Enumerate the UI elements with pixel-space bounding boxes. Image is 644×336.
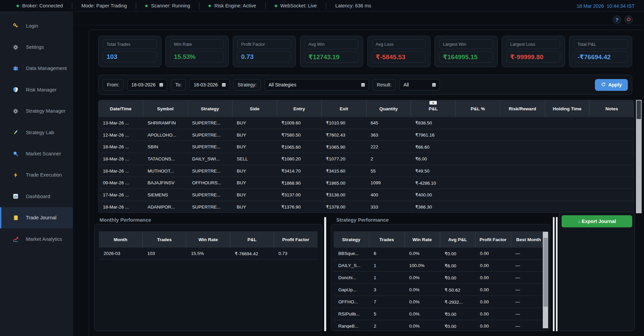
column-header-best-month[interactable]: Best Month: [511, 231, 546, 248]
column-header-holding-time[interactable]: Holding Time: [545, 100, 590, 117]
trade-cell-entry: ₹7580.50: [277, 129, 322, 141]
strategy-row[interactable]: DAILY_S...1100.0%₹6.000.00—: [334, 260, 546, 272]
column-header-notes[interactable]: Notes: [590, 100, 634, 117]
sidebar-item-strategy-manager[interactable]: Strategy Manager: [0, 101, 73, 122]
strategy-row[interactable]: RSIPullb...50.0%₹0.000.00—: [334, 308, 546, 320]
strategy-row[interactable]: OFFHO...70.0%₹-2932...0.00—: [334, 296, 546, 308]
strategy-table-header: StrategyTradesWin RateAvg P&LProfit Fact…: [334, 231, 546, 248]
panel-splitter[interactable]: [553, 217, 555, 331]
sidebar-item-settings[interactable]: Settings: [0, 36, 73, 58]
trade-cell-risk-reward: [500, 201, 545, 213]
top-strip: ?: [73, 12, 644, 25]
cell-win-rate: 0.0%: [405, 320, 440, 328]
stat-card-avg-loss: Avg Loss₹-5845.53: [367, 36, 430, 67]
trade-row[interactable]: 13-Mar-26 ...SHRIRAMFINSUPERTRE...BUY₹10…: [99, 117, 634, 129]
strategy-row[interactable]: BBSque...60.0%₹0.000.00—: [334, 248, 546, 260]
sidebar-item-trade-execution[interactable]: Trade Execution: [0, 164, 73, 186]
trade-cell-side: BUY: [232, 117, 277, 129]
sidebar-item-market-scanner[interactable]: Market Scanner: [0, 143, 73, 164]
dropdown-icon: [361, 83, 365, 87]
trade-row[interactable]: 17-Mar-26 ...SIEMENSSUPERTRE...BUY₹3137.…: [99, 189, 634, 201]
column-header-win-rate[interactable]: Win Rate: [405, 231, 440, 248]
cell-profit-factor: 0.00: [475, 272, 510, 284]
trade-row[interactable]: 18-Mar-26 ...MUTHOOT...SUPERTRE...BUY₹34…: [99, 165, 634, 177]
column-header-risk-reward[interactable]: Risk/Reward: [500, 100, 545, 117]
trades-scrollbar[interactable]: [636, 100, 642, 213]
column-header-avg-p-l[interactable]: Avg P&L: [440, 231, 476, 248]
help-button[interactable]: ?: [613, 15, 621, 24]
sidebar-item-strategy-lab[interactable]: Strategy Lab: [0, 122, 73, 143]
panel-splitter[interactable]: [324, 217, 326, 331]
column-header-trades[interactable]: Trades: [143, 231, 186, 248]
trade-cell-quantity: 645: [366, 117, 411, 129]
column-header-entry[interactable]: Entry: [277, 100, 322, 117]
trade-cell-p-l: ₹6.00: [411, 153, 456, 165]
apply-button[interactable]: Apply: [595, 79, 628, 91]
trade-cell-strategy: SUPERTRE...: [188, 201, 232, 213]
column-header-profit-factor[interactable]: Profit Factor: [476, 231, 511, 248]
power-icon: [627, 17, 631, 23]
trade-row[interactable]: 18-Mar-26 ...SBINSUPERTRE...BUY₹1065.60₹…: [99, 141, 634, 153]
sidebar-item-trade-journal[interactable]: Trade Journal: [0, 207, 73, 228]
result-select-value: All: [404, 82, 409, 87]
cell-trades: 1: [369, 272, 404, 284]
column-header-p-l[interactable]: P&L: [230, 231, 274, 248]
column-header-quantity[interactable]: Quantity: [367, 100, 411, 117]
stat-label: Total P&L: [574, 39, 628, 49]
from-date-input[interactable]: 18-03-2026: [127, 79, 167, 90]
column-header-date-time[interactable]: Date/Time: [99, 100, 143, 117]
sidebar-item-label: Market Scanner: [26, 151, 61, 156]
panel-splitter[interactable]: [556, 217, 558, 331]
trade-cell-strategy: SUPERTRE...: [188, 117, 232, 129]
column-header-strategy[interactable]: Strategy: [334, 231, 369, 248]
to-date-input[interactable]: 18-03-2026: [190, 79, 230, 90]
trade-cell-exit: ₹1077.20: [321, 153, 366, 165]
monthly-row[interactable]: 2026-0310315.5%₹-76694.420.73: [99, 248, 317, 260]
column-header-trades[interactable]: Trades: [369, 231, 405, 248]
cell-avg-p-l: ₹-2932...: [440, 296, 475, 308]
trade-row[interactable]: 18-Mar-26 ...ADANIPOR...SUPERTRE...BUY₹1…: [99, 201, 634, 213]
sidebar-item-data-management[interactable]: Data Management: [0, 58, 73, 79]
strategy-row[interactable]: RangeB...20.0%₹0.000.00—: [334, 320, 546, 328]
trade-cell-symbol: TATACONS...: [143, 153, 188, 165]
column-header-strategy[interactable]: Strategy: [188, 100, 233, 117]
sidebar-item-login[interactable]: Login: [0, 15, 73, 36]
trade-cell-symbol: BAJAJFINSV: [143, 177, 188, 189]
sort-indicator-icon[interactable]: ▾: [429, 101, 437, 105]
column-header-month[interactable]: Month: [99, 231, 143, 248]
trade-cell-date-time: 12-Mar-26 ...: [99, 129, 143, 141]
from-label: From:: [103, 79, 124, 90]
column-header-p-l[interactable]: P&L %: [456, 100, 500, 117]
power-button[interactable]: [624, 15, 633, 24]
test-tube-icon: [13, 129, 18, 135]
cell-win-rate: 15.5%: [186, 248, 230, 259]
strategy-row[interactable]: GapUp...30.0%₹-50.620.00—: [334, 284, 546, 296]
column-header-profit-factor[interactable]: Profit Factor: [274, 231, 317, 248]
sidebar-item-dashboard[interactable]: Dashboard: [0, 186, 73, 207]
trade-cell-date-time: 09-Mar-26 ...: [99, 177, 143, 189]
result-select[interactable]: All: [400, 79, 440, 90]
export-journal-button[interactable]: ↓ Export Journal: [562, 215, 632, 227]
column-header-win-rate[interactable]: Win Rate: [186, 231, 230, 248]
strategy-scrollbar[interactable]: [543, 232, 548, 328]
column-header-symbol[interactable]: Symbol: [143, 100, 188, 117]
scrollbar-thumb[interactable]: [637, 101, 641, 119]
trade-cell-date-time: 13-Mar-26 ...: [99, 117, 143, 129]
trade-row[interactable]: 09-Mar-26 ...BAJAJFINSVOFFHOURS...BUY₹18…: [99, 177, 634, 189]
column-header-exit[interactable]: Exit: [322, 100, 367, 117]
strategy-select[interactable]: All Strategies: [265, 79, 369, 90]
scrollbar-thumb[interactable]: [543, 238, 548, 307]
column-header-p-l[interactable]: P&L▾: [411, 100, 456, 117]
stat-label: Win Rate: [170, 39, 224, 49]
sidebar-item-risk-manager[interactable]: Risk Manager: [0, 79, 73, 100]
trade-row[interactable]: 18-Mar-26 ...TATACONS...DAILY_SWI...SELL…: [99, 153, 634, 165]
trade-row[interactable]: 12-Mar-26 ...APOLLOHO...SUPERTRE...BUY₹7…: [99, 129, 634, 141]
trade-cell-strategy: DAILY_SWI...: [188, 153, 232, 165]
column-header-side[interactable]: Side: [232, 100, 277, 117]
result-label: Result:: [373, 79, 396, 90]
strategy-row[interactable]: Donchi...10.0%₹0.000.00—: [334, 272, 546, 284]
trade-cell-p-l: ₹7961.16: [411, 129, 456, 141]
trade-cell-entry: ₹3414.70: [277, 165, 322, 177]
trade-cell-symbol: SBIN: [143, 141, 188, 153]
sidebar-item-market-analytics[interactable]: Market Analytics: [0, 228, 73, 250]
